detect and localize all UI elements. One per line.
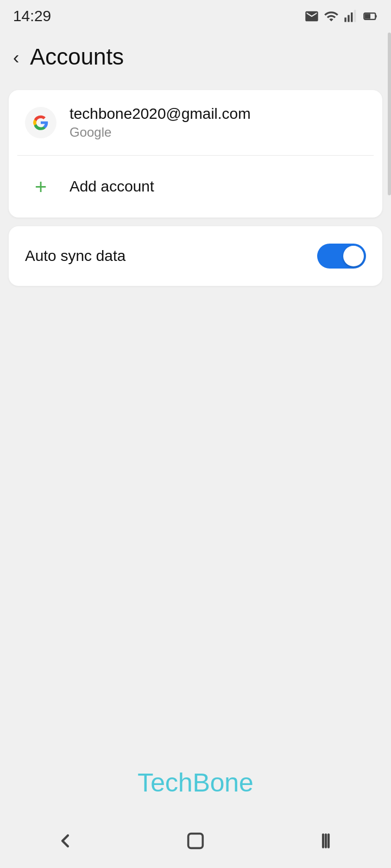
nav-back-icon (54, 830, 76, 852)
auto-sync-card: Auto sync data (9, 226, 382, 286)
status-icons (304, 9, 378, 24)
battery-icon (363, 9, 378, 24)
header: ‹ Accounts (0, 33, 391, 81)
status-bar: 14:29 (0, 0, 391, 33)
content: techbone2020@gmail.com Google + Add acco… (0, 81, 391, 757)
add-account-label: Add account (70, 178, 154, 195)
sync-card-inner: Auto sync data (9, 226, 382, 286)
nav-recents-icon (315, 830, 337, 852)
gmail-icon (304, 9, 319, 24)
sync-label: Auto sync data (25, 247, 125, 265)
nav-back-button[interactable] (43, 825, 87, 857)
nav-recents-button[interactable] (304, 825, 348, 857)
svg-rect-8 (188, 834, 203, 848)
nav-home-icon (185, 830, 206, 852)
google-account-item[interactable]: techbone2020@gmail.com Google (9, 90, 382, 155)
back-button[interactable]: ‹ (13, 48, 19, 66)
svg-rect-0 (344, 17, 346, 22)
wifi-icon (324, 9, 339, 24)
account-type: Google (70, 125, 251, 140)
status-time: 14:29 (13, 8, 51, 25)
add-icon: + (25, 171, 56, 202)
auto-sync-toggle[interactable] (317, 244, 366, 269)
page-title: Accounts (30, 44, 124, 70)
add-account-item[interactable]: + Add account (9, 156, 382, 218)
svg-rect-2 (351, 12, 353, 22)
signal-icon (343, 9, 358, 24)
svg-rect-5 (375, 15, 376, 18)
svg-rect-1 (348, 15, 350, 22)
svg-rect-3 (354, 10, 356, 22)
google-logo-icon (25, 107, 56, 138)
nav-home-button[interactable] (174, 825, 217, 857)
bottom-nav (0, 819, 391, 868)
svg-rect-6 (365, 14, 371, 18)
techbone-watermark: TechBone (0, 757, 391, 819)
account-email: techbone2020@gmail.com (70, 105, 251, 123)
accounts-card: techbone2020@gmail.com Google + Add acco… (9, 90, 382, 218)
account-info: techbone2020@gmail.com Google (70, 105, 251, 140)
toggle-knob (343, 246, 364, 266)
scrollbar[interactable] (388, 33, 391, 195)
